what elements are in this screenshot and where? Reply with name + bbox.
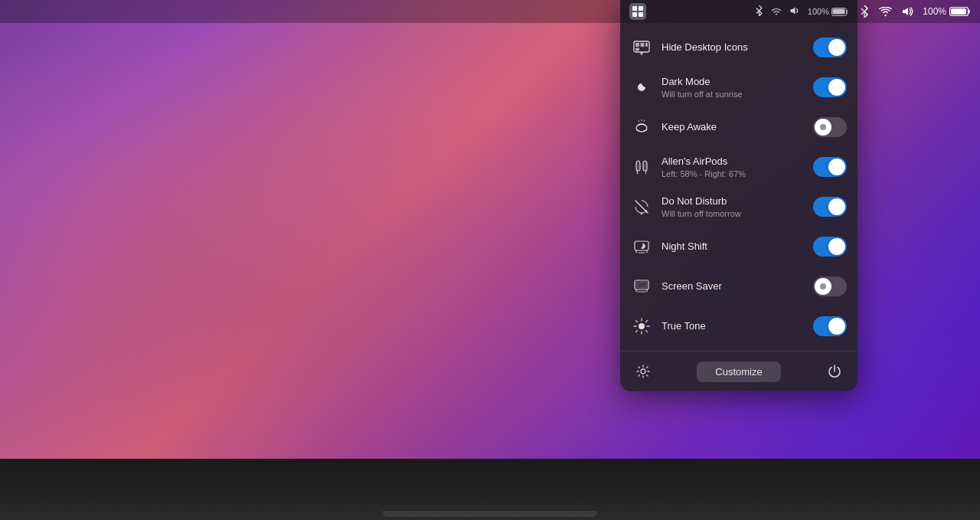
menu-items-list: Hide Desktop Icons Dark Mode Will turn o… bbox=[620, 23, 858, 351]
battery-percent: 100% bbox=[923, 6, 946, 17]
dark-mode-icon bbox=[631, 77, 652, 98]
dropdown-wifi-icon bbox=[771, 6, 782, 18]
dark-mode-subtitle: Will turn off at sunrise bbox=[662, 90, 804, 99]
trackpad-indicator bbox=[383, 511, 597, 517]
wifi-icon[interactable] bbox=[879, 7, 892, 17]
svg-point-34 bbox=[641, 369, 645, 374]
svg-rect-11 bbox=[635, 43, 639, 47]
menu-item-do-not-disturb[interactable]: Do Not Disturb Will turn off tomorrow bbox=[620, 187, 858, 227]
menu-item-airpods[interactable]: Allen's AirPods Left: 58% - Right: 67% bbox=[620, 147, 858, 187]
svg-line-19 bbox=[644, 120, 645, 122]
svg-line-33 bbox=[636, 330, 638, 332]
airpods-subtitle: Left: 58% - Right: 67% bbox=[662, 169, 804, 178]
svg-rect-5 bbox=[632, 12, 637, 17]
night-shift-icon bbox=[631, 236, 652, 257]
dropdown-top-bar: 100% bbox=[620, 0, 858, 23]
airpods-toggle[interactable] bbox=[813, 157, 847, 177]
screen-saver-text: Screen Saver bbox=[662, 280, 804, 293]
svg-rect-2 bbox=[951, 8, 966, 15]
true-tone-title: True Tone bbox=[662, 320, 804, 333]
power-button[interactable] bbox=[822, 359, 847, 384]
dropdown-bottom-bar: Customize bbox=[620, 351, 858, 391]
battery-indicator: 100% bbox=[923, 6, 971, 17]
svg-line-30 bbox=[636, 321, 638, 322]
dark-mode-title: Dark Mode bbox=[662, 76, 804, 89]
svg-rect-12 bbox=[641, 43, 645, 47]
hide-desktop-icons-icon bbox=[631, 37, 652, 58]
dropdown-battery-indicator: 100% bbox=[808, 7, 848, 16]
true-tone-text: True Tone bbox=[662, 320, 804, 333]
volume-icon[interactable] bbox=[901, 6, 913, 17]
svg-point-7 bbox=[776, 13, 777, 15]
menu-item-night-shift[interactable]: Night Shift bbox=[620, 227, 858, 267]
hide-desktop-icons-text: Hide Desktop Icons bbox=[662, 41, 804, 54]
settings-button[interactable] bbox=[631, 359, 655, 384]
dark-mode-toggle[interactable] bbox=[813, 77, 847, 97]
night-shift-title: Night Shift bbox=[662, 240, 804, 253]
menu-item-keep-awake[interactable]: Keep Awake bbox=[620, 107, 858, 147]
svg-rect-3 bbox=[632, 6, 637, 11]
keep-awake-text: Keep Awake bbox=[662, 121, 804, 134]
svg-point-25 bbox=[639, 323, 645, 329]
svg-rect-6 bbox=[639, 12, 643, 17]
app-icon[interactable] bbox=[629, 3, 646, 20]
do-not-disturb-toggle[interactable] bbox=[813, 197, 847, 217]
svg-rect-13 bbox=[645, 43, 648, 47]
true-tone-toggle[interactable] bbox=[813, 316, 847, 336]
svg-rect-22 bbox=[635, 241, 648, 250]
menu-item-true-tone[interactable]: True Tone bbox=[620, 306, 858, 346]
svg-line-31 bbox=[645, 330, 647, 332]
hide-desktop-icons-toggle[interactable] bbox=[813, 38, 847, 57]
svg-line-32 bbox=[645, 321, 647, 322]
svg-line-20 bbox=[639, 120, 639, 122]
customize-button[interactable]: Customize bbox=[697, 361, 780, 382]
bluetooth-icon[interactable] bbox=[859, 5, 870, 18]
menu-item-hide-desktop-icons[interactable]: Hide Desktop Icons bbox=[620, 28, 858, 67]
dropdown-bluetooth-icon bbox=[755, 5, 763, 18]
svg-point-0 bbox=[885, 14, 887, 15]
screen-saver-toggle[interactable] bbox=[813, 276, 847, 296]
svg-rect-24 bbox=[636, 282, 647, 288]
night-shift-text: Night Shift bbox=[662, 240, 804, 253]
night-shift-toggle[interactable] bbox=[813, 237, 847, 257]
screen-saver-icon bbox=[631, 276, 652, 297]
do-not-disturb-icon bbox=[631, 196, 652, 217]
airpods-title: Allen's AirPods bbox=[662, 155, 804, 168]
menu-item-dark-mode[interactable]: Dark Mode Will turn off at sunrise bbox=[620, 67, 858, 107]
hide-desktop-icons-title: Hide Desktop Icons bbox=[662, 41, 804, 54]
svg-rect-4 bbox=[639, 6, 643, 11]
dropdown-volume-icon bbox=[789, 6, 800, 18]
keep-awake-toggle[interactable] bbox=[813, 117, 847, 137]
screen-saver-title: Screen Saver bbox=[662, 280, 804, 293]
do-not-disturb-text: Do Not Disturb Will turn off tomorrow bbox=[662, 195, 804, 219]
dropdown-panel: 100% bbox=[620, 0, 858, 391]
keep-awake-icon bbox=[631, 116, 652, 138]
laptop-bottom-bezel bbox=[0, 459, 980, 520]
do-not-disturb-subtitle: Will turn off tomorrow bbox=[662, 209, 804, 218]
svg-rect-9 bbox=[833, 8, 845, 14]
keep-awake-title: Keep Awake bbox=[662, 121, 804, 134]
dark-mode-text: Dark Mode Will turn off at sunrise bbox=[662, 76, 804, 100]
airpods-icon bbox=[631, 156, 652, 178]
svg-rect-14 bbox=[635, 48, 639, 51]
do-not-disturb-title: Do Not Disturb bbox=[662, 195, 804, 208]
true-tone-icon bbox=[631, 316, 652, 337]
airpods-text: Allen's AirPods Left: 58% - Right: 67% bbox=[662, 155, 804, 179]
menu-item-screen-saver[interactable]: Screen Saver bbox=[620, 267, 858, 306]
